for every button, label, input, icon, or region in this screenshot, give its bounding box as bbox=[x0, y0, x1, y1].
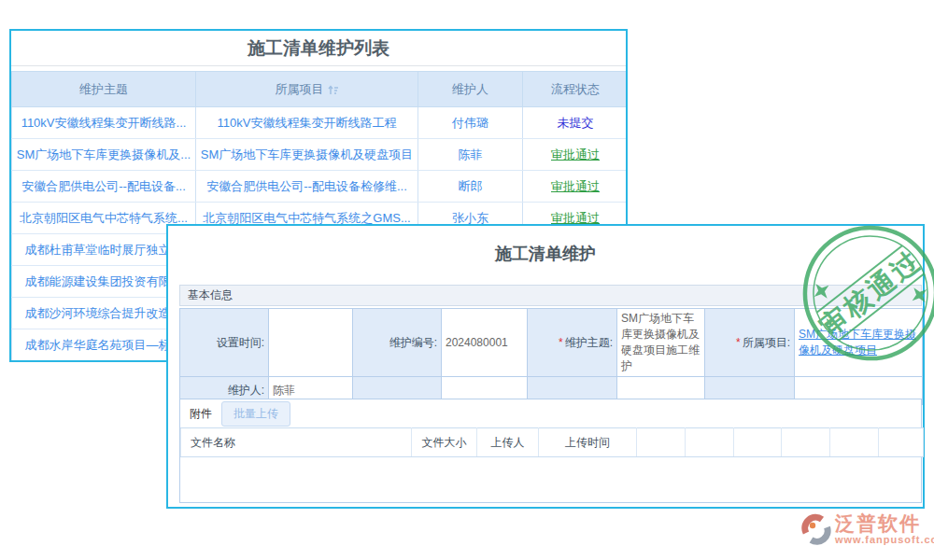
cell-maintainer: 断郎 bbox=[418, 171, 523, 203]
list-window-title: 施工清单维护列表 bbox=[11, 31, 626, 66]
cell-status[interactable]: 审批通过 bbox=[523, 139, 629, 171]
table-row: 安徽合肥供电公司--配电设备... 安徽合肥供电公司--配电设备检修维... 断… bbox=[12, 171, 629, 203]
attachment-toolbar: 附件 批量上传 bbox=[180, 399, 921, 427]
cell-project[interactable]: 安徽合肥供电公司--配电设备检修维... bbox=[196, 171, 418, 203]
sort-icon[interactable] bbox=[328, 85, 339, 95]
column-header-status: 流程状态 bbox=[523, 72, 629, 107]
cell-maintainer: 付伟璐 bbox=[418, 107, 523, 139]
vendor-logo: 泛普软件 www.fanpusoft.com bbox=[801, 513, 934, 546]
attachment-column-filesize: 文件大小 bbox=[412, 428, 477, 457]
cell-maintainer: 陈菲 bbox=[418, 139, 523, 171]
attachment-column-uploadtime: 上传时间 bbox=[539, 428, 637, 457]
cell-topic[interactable]: 110kV安徽线程集变开断线路... bbox=[12, 107, 196, 139]
detail-window: 施工清单维护 基本信息 设置时间: 维护编号: 2024080001 *维护主题… bbox=[166, 224, 925, 509]
fanpu-logo-icon bbox=[801, 513, 831, 545]
table-row: SM广场地下车库更换摄像机及... SM广场地下车库更换摄像机及硬盘项目 陈菲 … bbox=[12, 139, 629, 171]
project-label: *所属项目: bbox=[705, 309, 795, 377]
cell-status[interactable]: 未提交 bbox=[523, 107, 629, 139]
project-link[interactable]: SM广场地下车库更换摄像机及硬盘项目 bbox=[799, 328, 916, 357]
table-row: 110kV安徽线程集变开断线路... 110kV安徽线程集变开断线路工程 付伟璐… bbox=[12, 107, 629, 139]
attachment-label: 附件 bbox=[190, 406, 212, 422]
cell-project[interactable]: 110kV安徽线程集变开断线路工程 bbox=[196, 107, 418, 139]
attachment-column-filename: 文件名称 bbox=[181, 428, 412, 457]
attachment-table: 文件名称 文件大小 上传人 上传时间 bbox=[180, 427, 924, 457]
cell-topic[interactable]: SM广场地下车库更换摄像机及... bbox=[12, 139, 196, 171]
cell-topic[interactable]: 安徽合肥供电公司--配电设备... bbox=[12, 171, 196, 203]
set-time-input[interactable] bbox=[269, 309, 353, 377]
column-header-topic: 维护主题 bbox=[12, 72, 196, 107]
set-time-label: 设置时间: bbox=[180, 309, 269, 377]
cell-status[interactable]: 审批通过 bbox=[523, 171, 629, 203]
attachment-section: 附件 批量上传 文件名称 文件大小 上传人 上传时间 bbox=[179, 399, 922, 503]
detail-window-title: 施工清单维护 bbox=[168, 241, 923, 267]
number-label: 维护编号: bbox=[353, 309, 442, 377]
project-field: SM广场地下车库更换摄像机及硬盘项目 bbox=[795, 309, 923, 377]
attachment-column-uploader: 上传人 bbox=[477, 428, 539, 457]
basic-info-form: 设置时间: 维护编号: 2024080001 *维护主题: SM广场地下车库更换… bbox=[179, 308, 923, 405]
table-header-row: 维护主题 所属项目 维护人 流程状态 bbox=[12, 72, 629, 107]
required-mark: * bbox=[736, 336, 741, 349]
cell-project[interactable]: SM广场地下车库更换摄像机及硬盘项目 bbox=[196, 139, 418, 171]
topic-field[interactable]: SM广场地下车库更换摄像机及硬盘项目施工维护 bbox=[617, 309, 705, 377]
batch-upload-button[interactable]: 批量上传 bbox=[221, 401, 290, 427]
brand-name: 泛普软件 bbox=[835, 513, 934, 534]
brand-website: www.fanpusoft.com bbox=[835, 534, 934, 546]
basic-info-section-header: 基本信息 bbox=[179, 285, 922, 306]
number-value: 2024080001 bbox=[442, 309, 528, 377]
column-header-maintainer: 维护人 bbox=[418, 72, 523, 107]
column-header-project[interactable]: 所属项目 bbox=[196, 72, 418, 107]
topic-label: *维护主题: bbox=[528, 309, 617, 377]
required-mark: * bbox=[559, 336, 563, 349]
